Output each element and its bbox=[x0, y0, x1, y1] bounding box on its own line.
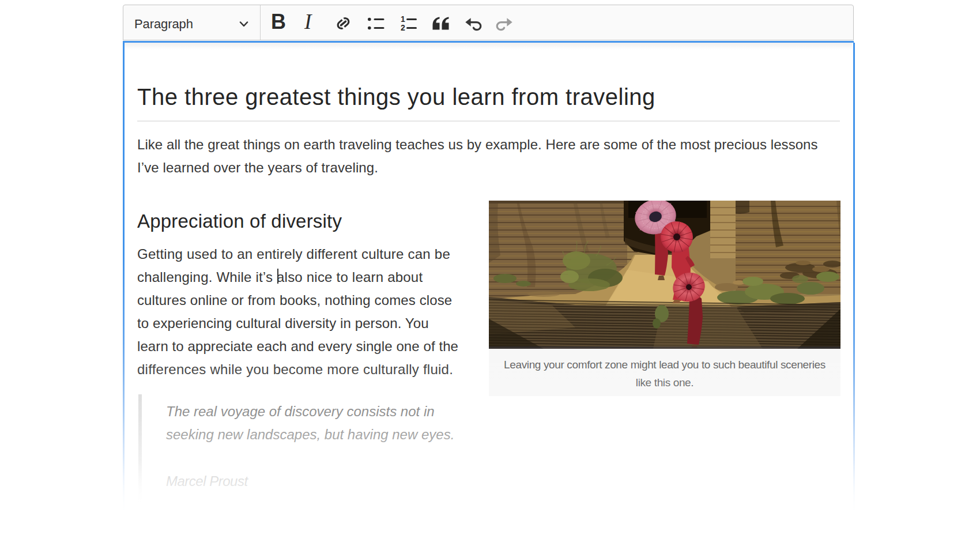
svg-text:2: 2 bbox=[401, 23, 405, 32]
svg-text:1: 1 bbox=[401, 15, 405, 24]
